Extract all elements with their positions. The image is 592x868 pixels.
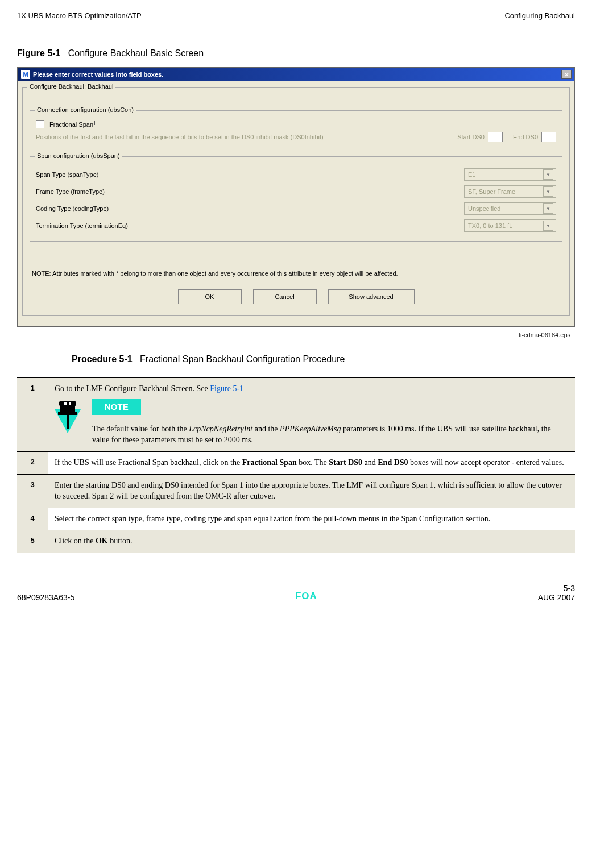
procedure-table: 1 Go to the LMF Configure Backhaul Scree… bbox=[17, 377, 575, 553]
end-ds0-label: End DS0 bbox=[513, 134, 538, 140]
title-bar: M Please enter correct values into field… bbox=[18, 68, 574, 81]
page-running-header: 1X UBS Macro BTS Optimization/ATP Config… bbox=[17, 11, 575, 20]
procedure-caption: Procedure 5-1 Fractional Span Backhaul C… bbox=[72, 354, 575, 364]
note-block: NOTE The default value for both the LcpN… bbox=[55, 399, 568, 446]
step-body: Enter the starting DS0 and ending DS0 in… bbox=[48, 474, 575, 508]
combo-coding-type-value: Unspecified bbox=[468, 205, 500, 212]
label-frame-type: Frame Type (frameType) bbox=[36, 188, 105, 195]
svg-rect-2 bbox=[60, 406, 75, 412]
header-left: 1X UBS Macro BTS Optimization/ATP bbox=[17, 11, 142, 20]
text: and bbox=[362, 458, 378, 467]
figure-caption: Figure 5-1 Configure Backhaul Basic Scre… bbox=[17, 48, 575, 59]
note-badge: NOTE bbox=[92, 399, 141, 415]
row-term-type: Termination Type (terminationEq) TX0, 0 … bbox=[36, 217, 556, 234]
step-number: 5 bbox=[17, 530, 48, 553]
step-body: Select the correct span type, frame type… bbox=[48, 508, 575, 530]
row-frame-type: Frame Type (frameType) SF, Super Frame ▼ bbox=[36, 183, 556, 200]
pushpin-icon bbox=[55, 399, 81, 439]
doc-id: 68P09283A63-5 bbox=[17, 593, 74, 602]
combo-frame-type[interactable]: SF, Super Frame ▼ bbox=[464, 185, 556, 198]
note-body: The default value for both the LcpNcpNeg… bbox=[92, 424, 568, 446]
page-number: 5-3 bbox=[538, 584, 575, 593]
figure-link[interactable]: Figure 5-1 bbox=[210, 384, 243, 393]
dialog-note: NOTE: Attributes marked with * belong to… bbox=[32, 270, 560, 277]
procedure-label: Procedure 5-1 bbox=[72, 354, 133, 364]
start-ds0-label: Start DS0 bbox=[457, 134, 485, 140]
group-span-config: Span configuration (ubsSpan) Span Type (… bbox=[30, 156, 562, 242]
chevron-down-icon: ▼ bbox=[543, 186, 553, 197]
step-number: 2 bbox=[17, 451, 48, 474]
row-span-type: Span Type (spanType) E1 ▼ bbox=[36, 166, 556, 183]
group-connection-config: Connection configuration (ubsCon) Fracti… bbox=[30, 110, 562, 149]
text: and the bbox=[252, 425, 280, 433]
text: The default value for both the bbox=[92, 425, 189, 433]
step1-intro: Go to the LMF Configure Backhaul Screen.… bbox=[55, 384, 210, 393]
ds0-hint-row: Positions of the first and the last bit … bbox=[36, 132, 556, 142]
text: If the UBS will use Fractional Span back… bbox=[55, 458, 242, 467]
footer-date: AUG 2007 bbox=[538, 593, 575, 602]
label-coding-type: Coding Type (codingType) bbox=[36, 205, 109, 212]
show-advanced-button[interactable]: Show advanced bbox=[328, 289, 415, 304]
close-icon[interactable]: ✕ bbox=[561, 70, 572, 79]
text: box. The bbox=[297, 458, 329, 467]
svg-rect-4 bbox=[67, 415, 69, 429]
ds0-hint-text: Positions of the first and the last bit … bbox=[36, 134, 324, 140]
page-footer: 68P09283A63-5 FOA 5-3 AUG 2007 bbox=[17, 584, 575, 602]
text: button. bbox=[108, 537, 133, 545]
app-icon: M bbox=[20, 69, 31, 80]
combo-span-type-value: E1 bbox=[468, 171, 475, 178]
start-ds0-input[interactable] bbox=[488, 132, 503, 142]
row-coding-type: Coding Type (codingType) Unspecified ▼ bbox=[36, 200, 556, 217]
button-bar: OK Cancel Show advanced bbox=[27, 285, 565, 311]
procedure-title-text: Fractional Span Backhaul Configuration P… bbox=[140, 354, 345, 364]
foa-label: FOA bbox=[295, 591, 317, 602]
svg-rect-5 bbox=[64, 402, 67, 405]
table-row: 4 Select the correct span type, frame ty… bbox=[17, 508, 575, 530]
table-row: 2 If the UBS will use Fractional Span ba… bbox=[17, 451, 575, 474]
fractional-span-row: Fractional Span bbox=[36, 120, 556, 128]
label-span-type: Span Type (spanType) bbox=[36, 171, 98, 178]
ui-ref: Start DS0 bbox=[329, 458, 362, 467]
label-term-type: Termination Type (terminationEq) bbox=[36, 222, 128, 229]
table-row: 1 Go to the LMF Configure Backhaul Scree… bbox=[17, 377, 575, 451]
figure-filename: ti-cdma-06184.eps bbox=[17, 331, 570, 338]
step-body: Go to the LMF Configure Backhaul Screen.… bbox=[48, 377, 575, 451]
step-number: 4 bbox=[17, 508, 48, 530]
window-title: Please enter correct values into field b… bbox=[33, 71, 163, 78]
groupbox-backhaul: Configure Backhaul: Backhaul Connection … bbox=[22, 87, 570, 316]
text: boxes will now accept operator - entered… bbox=[408, 458, 564, 467]
step-body: If the UBS will use Fractional Span back… bbox=[48, 451, 575, 474]
table-row: 5 Click on the OK button. bbox=[17, 530, 575, 553]
fractional-span-label: Fractional Span bbox=[48, 121, 95, 128]
fractional-span-checkbox[interactable] bbox=[36, 120, 44, 128]
table-row: 3 Enter the starting DS0 and ending DS0 … bbox=[17, 474, 575, 508]
text: Click on the bbox=[55, 537, 96, 545]
svg-rect-1 bbox=[59, 401, 76, 406]
step-number: 1 bbox=[17, 377, 48, 451]
param-name: LcpNcpNegRetryInt bbox=[189, 425, 252, 433]
figure-label: Figure 5-1 bbox=[17, 48, 60, 58]
dialog-window: M Please enter correct values into field… bbox=[17, 67, 575, 327]
chevron-down-icon: ▼ bbox=[543, 169, 553, 180]
end-ds0-input[interactable] bbox=[541, 132, 556, 142]
combo-span-type[interactable]: E1 ▼ bbox=[464, 168, 556, 181]
groupbox-legend: Configure Backhaul: Backhaul bbox=[27, 83, 115, 90]
chevron-down-icon: ▼ bbox=[543, 203, 553, 214]
ok-button[interactable]: OK bbox=[178, 289, 242, 304]
header-right: Configuring Backhaul bbox=[504, 11, 575, 20]
ui-ref: Fractional Span bbox=[242, 458, 297, 467]
combo-term-type[interactable]: TX0, 0 to 131 ft. ▼ bbox=[464, 219, 556, 232]
ui-ref: End DS0 bbox=[378, 458, 408, 467]
param-name: PPPKeepAliveMsg bbox=[280, 425, 341, 433]
combo-coding-type[interactable]: Unspecified ▼ bbox=[464, 202, 556, 215]
ui-ref: OK bbox=[96, 537, 108, 545]
combo-term-type-value: TX0, 0 to 131 ft. bbox=[468, 222, 512, 229]
svg-rect-6 bbox=[69, 402, 71, 405]
cancel-button[interactable]: Cancel bbox=[253, 289, 317, 304]
span-legend: Span configuration (ubsSpan) bbox=[35, 152, 122, 159]
chevron-down-icon: ▼ bbox=[543, 221, 553, 231]
step-number: 3 bbox=[17, 474, 48, 508]
figure-title-text: Configure Backhaul Basic Screen bbox=[68, 48, 204, 58]
step-body: Click on the OK button. bbox=[48, 530, 575, 553]
svg-rect-3 bbox=[58, 412, 77, 415]
